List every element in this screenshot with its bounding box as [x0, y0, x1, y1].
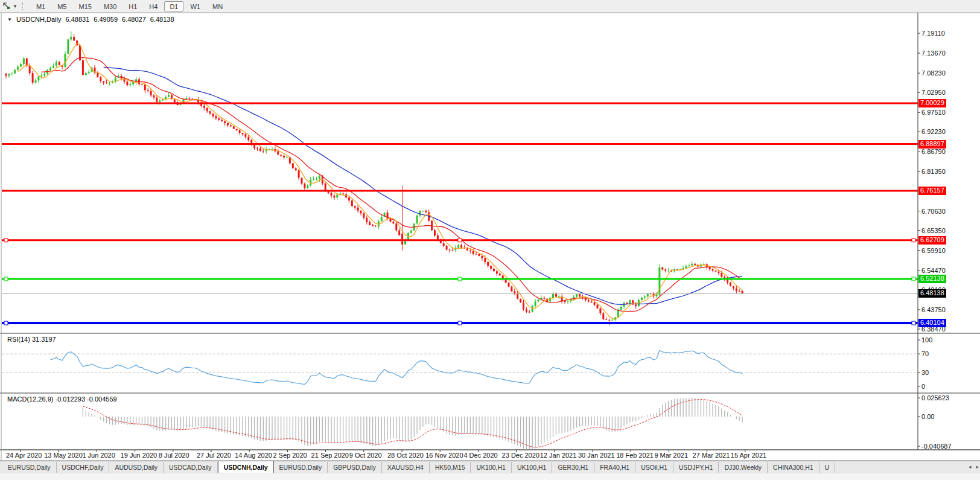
chart-tab-hk50-m15[interactable]: HK50,M15	[430, 462, 471, 473]
price-level-badge: 6.62709	[918, 236, 946, 245]
price-tick-label: 7.13670	[921, 50, 946, 57]
chart-tab-china300-h1[interactable]: CHINA300,H1	[768, 462, 819, 473]
chart-tab-usdcnh-daily[interactable]: USDCNH,Daily	[218, 461, 274, 473]
timeframe-button-m30[interactable]: M30	[98, 1, 122, 11]
price-tick-label: 6.81350	[921, 168, 946, 175]
cursor-crosshair-icon[interactable]	[2, 2, 12, 11]
rsi-tick-label: 100	[921, 336, 932, 344]
price-level-badge: 6.88897	[918, 140, 946, 149]
rsi-tick-label: 70	[921, 350, 929, 357]
price-level-badge: 7.00029	[918, 99, 946, 107]
ohlc-low: 6.48027	[122, 16, 146, 23]
timeframe-button-h4[interactable]: H4	[144, 1, 163, 11]
chart-tab-fra40-h1[interactable]: FRA40,H1	[594, 462, 635, 473]
chart-tab-usdcad-daily[interactable]: USDCAD,Daily	[164, 462, 218, 473]
timeframe-button-d1[interactable]: D1	[164, 1, 183, 11]
macd-indicator-label: MACD(12,26,9) -0.012293 -0.004559	[7, 395, 117, 403]
timeframe-button-w1[interactable]: W1	[185, 1, 206, 11]
tab-scroll-arrows: ◂ ▸	[969, 464, 979, 470]
date-tick-label: 14 Aug 2020	[235, 452, 272, 459]
timeframe-toolbar: ▼ M1M5M15M30H1H4D1W1MN	[0, 0, 980, 13]
price-level-badge: 6.48138	[918, 289, 946, 298]
ohlc-open: 6.48831	[65, 16, 89, 23]
chart-canvas[interactable]	[0, 13, 918, 450]
date-tick-label: 2 Sep 2020	[273, 452, 307, 459]
mt4-window: ▼ M1M5M15M30H1H4D1W1MN ▼ USDCNH,Daily 6.…	[0, 0, 980, 480]
status-strip	[0, 473, 980, 480]
chart-symbol: USDCNH,Daily	[16, 16, 62, 23]
date-tick-label: 4 Dec 2020	[463, 452, 497, 459]
rsi-tick-label: 0	[921, 383, 925, 390]
arrow-left-icon[interactable]: ◂	[969, 464, 972, 470]
date-tick-label: 9 Oct 2020	[349, 452, 382, 459]
price-tick-label: 6.97510	[921, 109, 946, 116]
ohlc-high: 6.49059	[94, 16, 118, 23]
price-tick-label: 7.19110	[921, 30, 945, 37]
price-tick-label: 7.02950	[921, 89, 946, 96]
date-tick-label: 24 Apr 2020	[6, 452, 42, 459]
chart-tab-eurusd-daily[interactable]: EURUSD,Daily	[274, 462, 328, 473]
date-tick-label: 30 Jan 2021	[578, 452, 615, 459]
price-tick-label: 6.65350	[921, 227, 946, 234]
date-tick-label: 15 Apr 2021	[731, 452, 766, 459]
timeframe-button-mn[interactable]: MN	[207, 1, 228, 11]
chart-tab-eurusd-daily[interactable]: EURUSD,Daily	[2, 462, 57, 473]
timeframe-buttons: M1M5M15M30H1H4D1W1MN	[30, 1, 229, 11]
timeframe-button-m5[interactable]: M5	[52, 1, 72, 11]
chart-tab-uk100-h1[interactable]: UK100,H1	[512, 462, 552, 473]
chart-tab-gbpusd-daily[interactable]: GBPUSD,Daily	[328, 462, 382, 473]
date-tick-label: 12 Jan 2021	[540, 452, 577, 459]
price-tick-label: 6.92230	[921, 128, 946, 135]
rsi-indicator-label: RSI(14) 31.3197	[7, 336, 56, 343]
chart-tab-xauusd-h4[interactable]: XAUUSD,H4	[382, 462, 430, 473]
date-tick-label: 27 Mar 2021	[693, 452, 730, 459]
chart-tab-dj30-weekly[interactable]: DJ30,Weekly	[719, 462, 768, 473]
rsi-tick-label: 30	[921, 369, 929, 376]
arrow-right-icon[interactable]: ▸	[976, 464, 979, 470]
chart-title: ▼ USDCNH,Daily 6.48831 6.49059 6.48027 6…	[7, 16, 174, 23]
date-tick-label: 23 Dec 2020	[502, 452, 539, 459]
date-tick-label: 18 Feb 2021	[616, 452, 654, 459]
macd-tick-label: 0.025623	[921, 394, 949, 402]
date-tick-label: 8 Jul 2020	[159, 452, 189, 459]
chart-tab-ger30-h1[interactable]: GER30,H1	[552, 462, 594, 473]
date-tick-label: 1 Jun 2020	[82, 452, 115, 459]
date-tick-label: 21 Sep 2020	[311, 452, 349, 459]
price-tick-label: 6.59910	[921, 247, 946, 254]
triangle-down-icon[interactable]: ▼	[7, 17, 12, 22]
chart-tab-audusd-daily[interactable]: AUDUSD,Daily	[109, 462, 164, 473]
price-tick-label: 6.43750	[921, 306, 946, 313]
date-tick-label: 27 Jul 2020	[197, 452, 231, 459]
chart-tab-usoil-h1[interactable]: USOil,H1	[635, 462, 673, 473]
date-tick-label: 28 Oct 2020	[387, 452, 424, 459]
ohlc-close: 6.48138	[150, 16, 174, 23]
price-level-badge: 6.40104	[918, 319, 946, 327]
date-tick-label: 13 May 2020	[44, 452, 83, 459]
date-tick-label: 19 Jun 2020	[121, 452, 158, 459]
chart-tab-u[interactable]: U	[819, 462, 836, 473]
price-tick-label: 6.70630	[921, 208, 946, 215]
price-level-badge: 6.76157	[918, 187, 946, 195]
price-tick-label: 6.86790	[921, 148, 946, 155]
chart-tab-uk100-h1[interactable]: UK100,H1	[471, 462, 511, 473]
price-tick-label: 7.08230	[921, 69, 946, 77]
macd-tick-label: -0.040687	[921, 443, 952, 450]
price-tick-label: 6.54470	[921, 267, 946, 274]
date-tick-label: 16 Nov 2020	[425, 452, 463, 459]
date-tick-label: 9 Mar 2021	[654, 452, 688, 459]
chart-tab-usdjpy-h1[interactable]: USDJPY,H1	[673, 462, 719, 473]
timeframe-button-h1[interactable]: H1	[123, 1, 142, 11]
price-level-badge: 6.52138	[918, 275, 946, 283]
caret-down-icon[interactable]: ▼	[13, 4, 18, 9]
chart-tab-bar: EURUSD,DailyUSDCHF,DailyAUDUSD,DailyUSDC…	[0, 461, 980, 473]
chart-tab-usdchf-daily[interactable]: USDCHF,Daily	[57, 462, 110, 473]
timeframe-button-m15[interactable]: M15	[73, 1, 97, 11]
macd-tick-label: 0.00	[921, 413, 934, 420]
toolbar-grip	[22, 2, 24, 10]
timeframe-button-m1[interactable]: M1	[31, 1, 51, 11]
